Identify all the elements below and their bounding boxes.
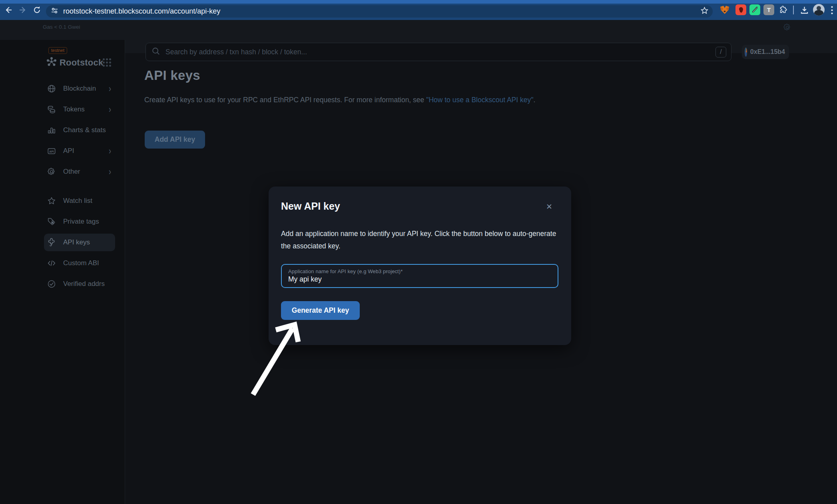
browser-menu-kebab-icon[interactable] bbox=[827, 5, 837, 15]
search-bar: / bbox=[145, 43, 731, 61]
sidebar-item-charts-stats[interactable]: Charts & stats bbox=[44, 121, 115, 139]
screen: rootstock-testnet.blockscout.com/account… bbox=[0, 0, 837, 504]
close-icon[interactable]: ✕ bbox=[544, 201, 555, 212]
address-bar[interactable]: rootstock-testnet.blockscout.com/account… bbox=[46, 5, 713, 18]
api-icon: API bbox=[47, 147, 56, 155]
chevron-right-icon: › bbox=[109, 83, 111, 94]
apps-grid-icon[interactable] bbox=[103, 58, 111, 67]
browser-profile-avatar[interactable] bbox=[813, 4, 825, 16]
modal-description: Add an application name to identify your… bbox=[281, 228, 557, 252]
sidebar-item-watch-list[interactable]: Watch list bbox=[44, 192, 115, 210]
rootstock-logo[interactable]: Rootstock bbox=[46, 57, 103, 69]
code-icon bbox=[47, 259, 56, 268]
search-input[interactable] bbox=[165, 48, 715, 56]
url-text[interactable]: rootstock-testnet.blockscout.com/account… bbox=[63, 7, 220, 16]
rootstock-logo-icon bbox=[46, 57, 57, 69]
site-info-icon[interactable] bbox=[51, 7, 58, 16]
chevron-right-icon: › bbox=[109, 104, 111, 115]
account-avatar bbox=[745, 48, 747, 57]
green-extension-icon[interactable] bbox=[749, 4, 760, 15]
network-badge: testnet bbox=[48, 47, 67, 54]
brand-name: Rootstock bbox=[60, 58, 103, 68]
sidebar-item-verified-addrs[interactable]: Verified addrs bbox=[44, 275, 115, 293]
check-circle-icon bbox=[47, 280, 56, 288]
sidebar-item-custom-abi[interactable]: Custom ABI bbox=[44, 254, 115, 272]
forward-icon[interactable] bbox=[18, 5, 28, 15]
chevron-right-icon: › bbox=[109, 166, 111, 177]
sidebar-item-tokens[interactable]: Tokens › bbox=[44, 101, 115, 118]
account-button[interactable]: 0xE1...15b4 bbox=[742, 45, 789, 59]
red-extension-icon[interactable] bbox=[735, 4, 746, 15]
downloads-icon[interactable] bbox=[799, 5, 809, 15]
metamask-extension-icon[interactable] bbox=[719, 4, 730, 15]
coins-icon bbox=[47, 105, 56, 114]
account-address: 0xE1...15b4 bbox=[750, 48, 785, 56]
application-name-input[interactable] bbox=[288, 275, 552, 284]
browser-toolbar: rootstock-testnet.blockscout.com/account… bbox=[0, 0, 837, 20]
page-title: API keys bbox=[144, 68, 200, 83]
t-extension-icon[interactable]: T bbox=[763, 4, 774, 15]
back-icon[interactable] bbox=[3, 5, 14, 15]
docs-link[interactable]: "How to use a Blockscout API key" bbox=[426, 96, 533, 104]
gear-icon bbox=[47, 167, 56, 176]
svg-text:API: API bbox=[49, 150, 54, 153]
sidebar-item-other[interactable]: Other › bbox=[44, 163, 115, 181]
add-api-key-button[interactable]: Add API key bbox=[145, 131, 205, 149]
settings-gear-icon[interactable] bbox=[783, 23, 791, 33]
sidebar-item-api[interactable]: API API › bbox=[44, 142, 115, 160]
application-name-field: Application name for API key (e.g Web3 p… bbox=[281, 264, 558, 288]
search-icon bbox=[151, 47, 160, 57]
star-icon bbox=[47, 196, 56, 205]
globe-icon bbox=[47, 84, 56, 93]
bookmark-star-icon[interactable] bbox=[700, 6, 709, 16]
sidebar-item-blockchain[interactable]: Blockchain › bbox=[44, 80, 115, 97]
search-shortcut-key: / bbox=[715, 47, 726, 58]
sidebar-item-api-keys[interactable]: API keys bbox=[44, 234, 115, 251]
new-api-key-modal: New API key ✕ Add an application name to… bbox=[269, 187, 571, 345]
avatar-body bbox=[814, 10, 823, 16]
generate-api-key-button[interactable]: Generate API key bbox=[281, 301, 360, 320]
bar-chart-icon bbox=[47, 126, 56, 135]
application-name-label: Application name for API key (e.g Web3 p… bbox=[288, 268, 552, 274]
tag-lock-icon bbox=[47, 217, 56, 226]
modal-title: New API key bbox=[281, 200, 340, 212]
api-key-icon bbox=[47, 238, 56, 247]
chevron-right-icon: › bbox=[109, 145, 111, 156]
sidebar-item-private-tags[interactable]: Private tags bbox=[44, 213, 115, 230]
page-description: Create API keys to use for your RPC and … bbox=[144, 96, 535, 104]
toolbar-separator bbox=[793, 6, 794, 14]
extensions-puzzle-icon[interactable] bbox=[777, 4, 788, 15]
reload-icon[interactable] bbox=[32, 5, 42, 15]
window-frame bbox=[0, 0, 837, 4]
gas-tracker[interactable]: Gas < 0.1 Gwei bbox=[43, 24, 80, 30]
